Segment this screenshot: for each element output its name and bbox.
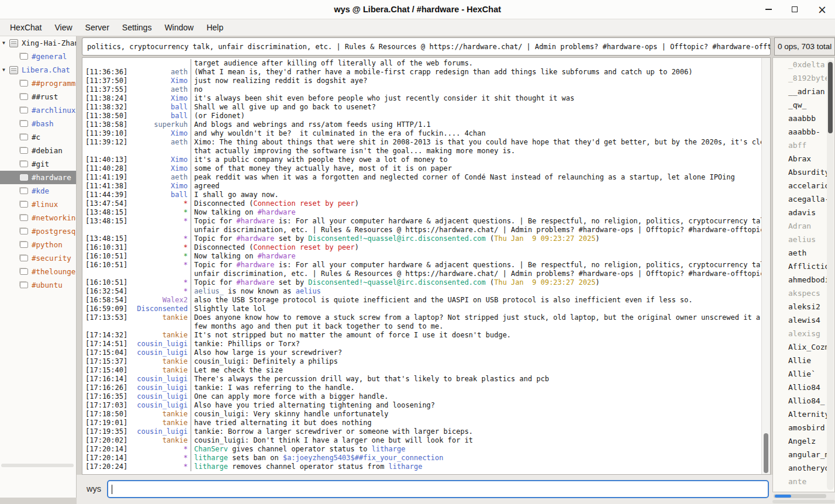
user-list-item[interactable]: Affliction xyxy=(773,260,834,273)
menu-item-hexchat[interactable]: HexChat xyxy=(4,20,48,34)
menu-item-view[interactable]: View xyxy=(48,20,78,34)
sidebar-item-networking[interactable]: #networking xyxy=(0,211,76,225)
user-list-item[interactable]: anotheryo xyxy=(773,461,834,475)
chat-line: unfair discrimination, etc. | Rules & Re… xyxy=(82,226,762,234)
chat-timestamp: [17:15:37] xyxy=(82,357,130,366)
sidebar-item-linux[interactable]: #linux xyxy=(0,198,76,211)
chat-line: [16:10:51]*Topic for #hardware is: For a… xyxy=(82,261,762,270)
chat-message: that actually improving the software isn… xyxy=(191,147,762,156)
chat-timestamp: [17:20:14] xyxy=(82,454,130,462)
user-list-item[interactable]: ante xyxy=(773,475,834,488)
user-list-item[interactable]: Allie` xyxy=(773,367,834,381)
user-list-item[interactable]: Allie xyxy=(773,354,834,367)
user-list-item[interactable]: Adran xyxy=(773,219,834,233)
chat-line: [17:20:14]*litharge sets ban on $a:joeyz… xyxy=(82,454,762,462)
channel-icon xyxy=(20,188,28,194)
user-list-item[interactable]: Allio84 xyxy=(773,381,834,394)
user-list-item[interactable]: __adrian xyxy=(773,85,834,98)
chat-timestamp: [16:10:31] xyxy=(82,243,130,252)
chat-message: cousin_luigi: Definitely a philips xyxy=(191,357,762,366)
userlist-horizontal-scrollbar-thumb[interactable] xyxy=(775,495,791,498)
tree-horizontal-scrollbar[interactable] xyxy=(1,464,74,467)
menu-item-window[interactable]: Window xyxy=(158,20,200,34)
bottom-horizontal-scrollbar[interactable] xyxy=(772,500,835,503)
chat-timestamp xyxy=(82,322,130,331)
user-list-item[interactable]: adavis xyxy=(773,206,834,219)
chat-message: some of that money they actually have, m… xyxy=(191,164,762,173)
menu-item-server[interactable]: Server xyxy=(79,20,116,34)
maximize-icon[interactable] xyxy=(792,6,798,12)
sidebar-item-git[interactable]: #git xyxy=(0,157,76,171)
user-list-item[interactable]: aaabbb xyxy=(773,112,834,125)
sidebar-item-general[interactable]: #general xyxy=(0,50,76,63)
chat-message: And blogs and webrings and rss/atom feed… xyxy=(191,120,762,129)
user-list-item[interactable]: abff xyxy=(773,139,834,152)
user-list-item[interactable]: Angelz xyxy=(773,434,834,448)
chat-line: [11:41:38]Ximoagreed xyxy=(82,182,762,191)
sidebar-item-kde[interactable]: #kde xyxy=(0,184,76,198)
user-list-item[interactable]: alewis4 xyxy=(773,313,834,327)
sidebar-item-python[interactable]: #python xyxy=(0,238,76,251)
close-icon[interactable]: × xyxy=(817,6,827,12)
sidebar-item-security[interactable]: #security xyxy=(0,251,76,265)
chat-message: Let me check the size xyxy=(191,366,762,375)
user-list-item[interactable]: Alix_Cozm xyxy=(773,340,834,354)
user-list-item[interactable]: akspecs xyxy=(773,286,834,300)
user-list-item[interactable]: acegalla- xyxy=(773,192,834,206)
chat-timestamp: [11:41:19] xyxy=(82,173,130,182)
menu-bar: HexChatViewServerSettingsWindowHelp xyxy=(0,19,835,36)
menu-item-help[interactable]: Help xyxy=(200,20,230,34)
sidebar-item-thelounge[interactable]: #thelounge xyxy=(0,265,76,278)
user-list-item[interactable]: _qw_ xyxy=(773,98,834,112)
userlist-scrollbar-thumb[interactable] xyxy=(828,62,833,133)
sidebar-item-debian[interactable]: #debian xyxy=(0,144,76,157)
sidebar-item-libera.chat[interactable]: ▼Libera.Chat xyxy=(0,63,76,77)
sidebar-item-postgresql[interactable]: #postgresql xyxy=(0,225,76,238)
minimize-icon[interactable] xyxy=(765,9,772,10)
sidebar-item-archlinux[interactable]: #archlinux xyxy=(0,103,76,117)
sidebar-item-rust[interactable]: ##rust xyxy=(0,90,76,103)
chat-scrollbar-track[interactable] xyxy=(761,58,770,474)
user-list-item[interactable]: Absurdity xyxy=(773,165,834,179)
sidebar-item-hardware[interactable]: #hardware xyxy=(0,171,76,184)
expander-icon[interactable]: ▼ xyxy=(2,40,9,46)
user-list-item[interactable]: accelario xyxy=(773,179,834,192)
sidebar-item-programming[interactable]: ##programming xyxy=(0,77,76,90)
userlist-horizontal-scrollbar[interactable] xyxy=(774,494,826,498)
message-input[interactable] xyxy=(107,480,769,498)
chat-scrollbar-thumb[interactable] xyxy=(764,433,768,473)
menu-item-settings[interactable]: Settings xyxy=(116,20,158,34)
user-list-item[interactable]: aleksi2 xyxy=(773,300,834,313)
user-list-item[interactable]: _0xdelta xyxy=(773,58,834,71)
chat-timestamp: [17:19:01] xyxy=(82,419,130,427)
chat-message: It's not stripped but no matter the amou… xyxy=(191,331,762,340)
userlist-scrollbar-track[interactable] xyxy=(827,60,834,490)
chat-message: few months ago and then put it back toge… xyxy=(191,322,762,331)
chat-timestamp xyxy=(82,226,130,234)
sidebar-item-xing-hai-zhang[interactable]: ▼Xing-Hai-Zhang xyxy=(0,36,76,50)
chat-nick: aeth xyxy=(130,138,191,147)
user-list-item[interactable]: Allio84_ xyxy=(773,394,834,408)
user-list-item[interactable]: alexisg xyxy=(773,327,834,340)
sidebar-item-bash[interactable]: #bash xyxy=(0,117,76,130)
user-list-item[interactable]: Alternity xyxy=(773,408,834,421)
user-list-item[interactable]: aeth xyxy=(773,246,834,260)
chat-message: Topic for #hardware set by Disconsented!… xyxy=(191,278,762,287)
topic-input[interactable]: politics, cryptocurrency talk, unfair di… xyxy=(82,37,771,56)
chat-message: cousin_luigi: Very skinny handle unfortu… xyxy=(191,410,762,419)
chat-timestamp: [17:18:50] xyxy=(82,410,130,419)
chat-timestamp: [17:16:35] xyxy=(82,392,130,401)
user-list-item[interactable]: aelius xyxy=(773,233,834,246)
expander-icon[interactable]: ▼ xyxy=(2,67,9,73)
user-list-item[interactable]: ahmedbodi xyxy=(773,273,834,286)
sidebar-item-c[interactable]: #c xyxy=(0,130,76,144)
sidebar-item-ubuntu[interactable]: #ubuntu xyxy=(0,278,76,292)
chat-timestamp: [16:59:09] xyxy=(82,305,130,313)
user-list-item[interactable]: aaabbb- xyxy=(773,125,834,139)
user-list-item[interactable]: amosbird xyxy=(773,421,834,434)
user-list-item[interactable]: angular_m xyxy=(773,448,834,461)
chat-nick: * xyxy=(130,261,191,270)
user-list-item[interactable]: Abrax xyxy=(773,152,834,165)
user-list-item[interactable]: _8192byte xyxy=(773,71,834,85)
chat-timestamp: [13:48:15] xyxy=(82,208,130,217)
